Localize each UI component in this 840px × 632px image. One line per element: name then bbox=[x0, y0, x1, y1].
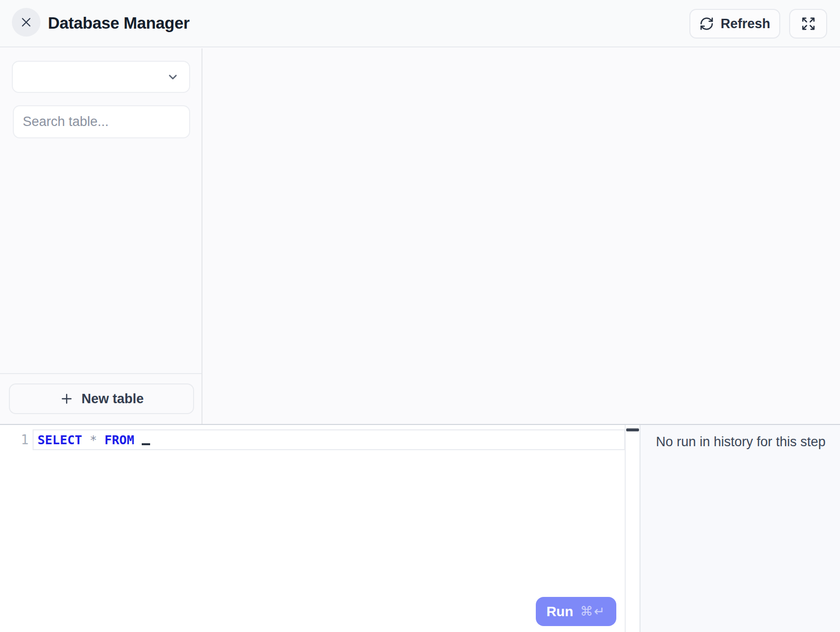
sql-editor[interactable]: 1 SELECT * FROM Run ⌘↵ bbox=[0, 425, 640, 632]
chevron-down-icon bbox=[166, 71, 179, 84]
sql-keyword-from: FROM bbox=[105, 433, 134, 447]
sql-star-operator: * bbox=[89, 433, 97, 447]
refresh-icon bbox=[699, 16, 714, 31]
header-actions: Refresh bbox=[689, 9, 827, 39]
header: Database Manager Refresh bbox=[0, 0, 840, 47]
plus-icon bbox=[59, 391, 74, 406]
search-table-input[interactable] bbox=[13, 105, 190, 138]
line-number: 1 bbox=[14, 429, 29, 450]
expand-button[interactable] bbox=[789, 9, 827, 39]
text-cursor bbox=[142, 443, 150, 445]
refresh-button[interactable]: Refresh bbox=[689, 9, 780, 39]
database-manager-window: Database Manager Refresh bbox=[0, 0, 840, 632]
expand-icon bbox=[801, 16, 816, 31]
run-label: Run bbox=[546, 604, 573, 620]
page-title: Database Manager bbox=[48, 14, 190, 33]
refresh-label: Refresh bbox=[720, 16, 770, 32]
table-select[interactable] bbox=[12, 61, 190, 93]
new-table-button[interactable]: New table bbox=[9, 383, 194, 414]
run-shortcut-hint: ⌘↵ bbox=[580, 604, 606, 619]
scrollbar-thumb[interactable] bbox=[626, 428, 639, 431]
bottom-panel: 1 SELECT * FROM Run ⌘↵ No run in history… bbox=[0, 424, 840, 632]
history-panel: No run in history for this step bbox=[641, 425, 840, 632]
sql-keyword-select: SELECT bbox=[38, 433, 82, 447]
history-empty-message: No run in history for this step bbox=[641, 434, 840, 450]
sql-space bbox=[82, 433, 89, 447]
editor-scrollbar[interactable] bbox=[625, 425, 640, 632]
sidebar-divider bbox=[0, 373, 201, 374]
sidebar: New table bbox=[0, 48, 202, 424]
active-line[interactable]: SELECT * FROM bbox=[33, 429, 625, 450]
sql-space bbox=[97, 433, 104, 447]
close-button[interactable] bbox=[12, 8, 40, 37]
run-button[interactable]: Run ⌘↵ bbox=[536, 597, 616, 626]
new-table-label: New table bbox=[81, 391, 144, 407]
close-icon bbox=[19, 15, 34, 30]
main-content bbox=[203, 48, 840, 424]
